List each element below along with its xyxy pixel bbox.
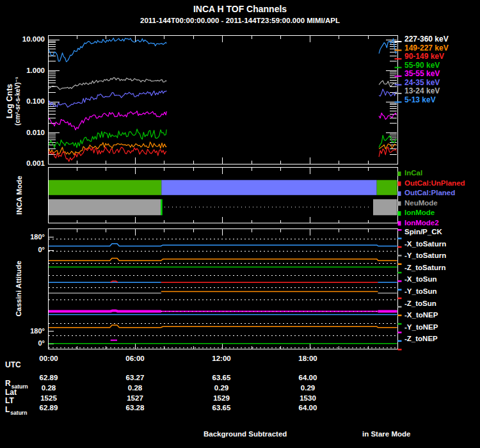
flux-legend-item-0: 227-360 keV	[404, 35, 449, 44]
utc-tick-label-2: 12:00	[196, 355, 247, 362]
attitude-trace--Y-toNEP	[48, 325, 397, 328]
flux-trace-13-24-keV	[379, 81, 397, 86]
mode-bar-InCal	[377, 180, 397, 195]
mode-legend-item-1: OutCal:UnPlaned	[404, 179, 465, 187]
mode-panel	[48, 168, 397, 223]
mode-legend-tick	[398, 182, 401, 186]
attitude-panel	[48, 229, 402, 351]
eph-value-r3c2: 63.65	[196, 404, 247, 412]
flux-trace-13-24-keV	[48, 77, 166, 90]
attitude-right-tick	[398, 332, 402, 333]
eph-value-r1c3: 0.29	[282, 384, 333, 392]
flux-legend-dash	[395, 102, 402, 103]
attitude-ytick-180-top: 180°	[0, 233, 45, 241]
attitude-right-tick	[398, 246, 402, 248]
flux-traces	[48, 38, 397, 162]
attitude-legend-item-6: -Z_toSun	[404, 300, 436, 307]
eph-value-r0c0: 62.89	[23, 374, 74, 381]
mode-legend-tick	[398, 202, 401, 206]
attitude-panel-border	[49, 229, 398, 349]
flux-legend-item-4: 35-55 keV	[404, 69, 440, 78]
eph-value-r0c2: 63.65	[196, 374, 247, 381]
attitude-trace--Z-toSun	[48, 310, 161, 311]
flux-panel	[48, 36, 397, 164]
flux-legend-item-3: 55-90 keV	[404, 61, 440, 70]
mode-legend-item-4: IonMode	[404, 209, 435, 216]
footer-background-subtracted: Background Subtracted	[204, 430, 287, 438]
flux-legend-item-7: 5-13 keV	[404, 95, 436, 104]
flux-trace-35-55-keV	[48, 111, 166, 130]
eph-value-r2c3: 1530	[282, 394, 333, 402]
eph-value-r1c1: 0.28	[109, 384, 161, 392]
flux-trace-5-13-keV	[48, 38, 166, 62]
eph-value-r1c2: 0.29	[196, 384, 247, 392]
attitude-right-tick	[398, 255, 402, 257]
eph-value-r1c0: 0.28	[23, 384, 74, 392]
attitude-trace--X-toSaturn	[48, 244, 397, 246]
mode-bar-IonMode	[161, 199, 163, 215]
attitude-right-tick	[398, 315, 402, 317]
flux-legend-dash	[395, 58, 402, 60]
eph-value-r2c0: 1525	[23, 394, 74, 402]
attitude-right-tick	[398, 280, 402, 282]
mode-y-axis-title: INCA Mode	[15, 166, 24, 224]
eph-label-lt: LT	[5, 396, 14, 405]
flux-trace-35-55-keV	[379, 113, 397, 120]
mode-bar-NeuMode	[48, 199, 161, 215]
attitude-right-tick	[398, 298, 402, 300]
mode-bar-NeuMode	[373, 199, 397, 215]
flux-trace-90-149-keV	[48, 147, 166, 162]
attitude-legend-item-5: -Y_toSun	[404, 287, 436, 295]
inca-tof-plot-page: INCA H TOF Channels 2011-144T00:00:00.00…	[0, 0, 480, 448]
mode-legend-item-3: NeuMode	[404, 199, 438, 207]
attitude-right-tick	[398, 323, 402, 325]
attitude-legend-item-9: -Z_toNEP	[404, 335, 438, 342]
attitude-legend-item-7: -X_toNEP	[404, 311, 438, 319]
flux-legend-dash	[395, 41, 402, 42]
flux-legend-item-2: 90-149 keV	[404, 52, 444, 61]
eph-value-r2c2: 1529	[196, 394, 247, 402]
mode-legend-tick	[398, 221, 401, 226]
attitude-right-tick	[398, 237, 402, 239]
attitude-right-tick	[398, 289, 402, 291]
utc-tick-label-1: 06:00	[109, 355, 161, 362]
utc-tick-label-3: 18:00	[282, 355, 333, 362]
flux-ytick-10: 10.000	[0, 35, 45, 43]
flux-legend-dash	[395, 84, 402, 86]
eph-value-r0c1: 63.27	[109, 374, 161, 381]
mode-legend-tick	[398, 211, 401, 216]
flux-legend-dash	[395, 93, 402, 94]
flux-legend-item-5: 24-35 keV	[404, 78, 440, 87]
attitude-right-tick	[398, 229, 402, 231]
attitude-legend-item-2: -Y_toSaturn	[404, 252, 446, 259]
eph-value-r2c1: 1527	[109, 394, 161, 402]
page-subtitle: 2011-144T00:00:00.000 - 2011-144T23:59:0…	[0, 17, 480, 24]
attitude-right-tick	[398, 263, 402, 265]
flux-trace-55-90-keV	[379, 135, 397, 147]
eph-value-r3c1: 63.28	[109, 404, 161, 412]
mode-legend-item-0: InCal	[404, 169, 422, 177]
eph-value-r3c0: 62.89	[23, 404, 74, 412]
attitude-y-axis-title: Cassini Attitude	[15, 250, 24, 327]
page-title: INCA H TOF Channels	[0, 4, 480, 14]
attitude-ytick-0-top: 0°	[0, 246, 45, 253]
utc-axis-label: UTC	[5, 360, 21, 369]
utc-tick-label-0: 00:00	[23, 355, 74, 362]
flux-y-axis-title-line1: Log Cnts	[5, 56, 14, 146]
mode-legend-tick	[398, 191, 401, 196]
flux-legend-item-6: 13-24 keV	[404, 86, 440, 95]
mode-legend-tick	[398, 172, 401, 176]
eph-label-lat: Lat	[5, 388, 17, 397]
attitude-legend-item-4: -X_toSun	[404, 275, 436, 283]
flux-legend-item-1: 149-227 keV	[404, 44, 449, 52]
mode-legend-item-2: OutCal:Planed	[404, 189, 455, 196]
attitude-legend-item-3: -Z_toSaturn	[404, 264, 446, 271]
attitude-legend-item-8: -Y_toNEP	[404, 323, 438, 331]
flux-legend-dash	[395, 67, 402, 68]
attitude-legend-item-1: -X_toSaturn	[404, 240, 446, 248]
footer-stare-mode: in Stare Mode	[362, 430, 410, 438]
flux-trace-24-35-keV	[48, 91, 166, 108]
flux-legend-dash	[395, 76, 402, 77]
attitude-ytick-0-bot: 0°	[0, 339, 45, 347]
mode-legend-item-5: IonMode2	[404, 219, 439, 227]
